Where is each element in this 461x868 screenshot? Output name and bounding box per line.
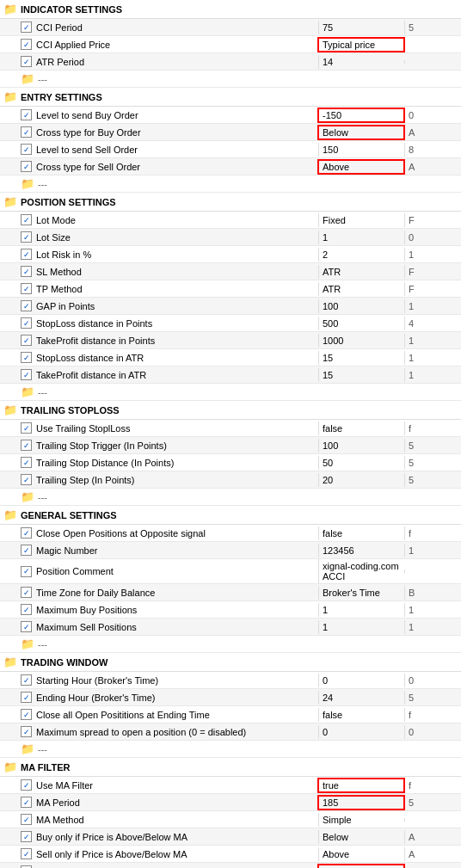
checkbox[interactable] [21,144,32,155]
checkbox[interactable] [21,692,32,703]
row-label: MA Period [36,797,80,808]
row-value[interactable]: Below [318,830,404,844]
row-value[interactable]: 20 [318,473,404,487]
checkbox[interactable] [21,126,32,138]
row-label: Ending Hour (Broker's Time) [36,693,155,703]
checkbox[interactable] [21,848,32,859]
row-label: Level to send Sell Order [36,145,138,155]
row-value[interactable]: Below [318,126,404,139]
row-value[interactable]: 15 [318,351,404,365]
row-extra: A [404,847,461,861]
row-label: Level to send Buy Order [36,110,138,120]
table-row: CCI Applied PriceTypical price [0,36,461,53]
checkbox[interactable] [21,422,32,434]
row-value[interactable]: 150 [318,143,404,157]
row-value[interactable]: -150 [318,108,404,122]
checkbox[interactable] [21,566,32,577]
row-value[interactable]: 1000 [318,334,404,348]
checkbox[interactable] [21,797,32,808]
checkbox[interactable] [21,231,32,243]
row-value[interactable]: ATR [318,265,404,279]
row-extra: 1 [404,299,461,313]
row-label: Trailing Stop Trigger (In Points) [36,440,167,451]
checkbox[interactable] [21,369,32,380]
row-value[interactable]: 75 [318,21,404,34]
checkbox[interactable] [21,39,32,50]
row-value[interactable]: 1 [318,603,404,617]
checkbox[interactable] [21,779,32,791]
table-row: SL MethodATRF [0,263,461,280]
row-value[interactable]: 15 [318,368,404,382]
row-label: Trailing Step (In Points) [36,475,135,485]
checkbox[interactable] [21,283,32,294]
folder-icon-sm: 📁 [21,72,34,85]
checkbox[interactable] [21,266,32,277]
row-value[interactable]: false [318,708,404,722]
checkbox[interactable] [21,604,32,615]
checkbox[interactable] [21,352,32,363]
checkbox[interactable] [21,474,32,485]
checkbox[interactable] [21,621,32,632]
row-value[interactable]: false [318,422,404,435]
row-value[interactable]: true [318,779,404,792]
row-value[interactable]: Fixed [318,213,404,227]
row-label: SL Method [36,267,82,277]
row-extra: 8 [404,143,461,157]
table-row: TakeProfit distance in ATR151 [0,366,461,384]
checkbox[interactable] [21,440,32,451]
row-value[interactable]: 500 [318,317,404,330]
row-value[interactable]: xignal-coding.com ACCI [318,559,404,583]
checkbox[interactable] [21,335,32,346]
checkbox[interactable] [21,457,32,468]
row-value[interactable]: 123456 [318,544,404,557]
checkbox[interactable] [21,249,32,260]
row-value[interactable]: ATR [318,282,404,296]
checkbox[interactable] [21,214,32,225]
row-value[interactable]: false [318,526,404,540]
checkbox[interactable] [21,814,32,825]
section-title: TRADING WINDOW [21,657,108,668]
folder-icon-sm: 📁 [21,177,34,190]
row-value[interactable]: 50 [318,456,404,470]
row-extra: f [404,779,461,792]
row-value[interactable]: Typical price [318,38,404,52]
folder-icon: 📁 [3,656,17,668]
row-value[interactable]: 0 [318,725,404,739]
checkbox[interactable] [21,674,32,686]
checkbox[interactable] [21,726,32,737]
row-extra: A [404,126,461,139]
row-value[interactable]: Simple [318,813,404,827]
row-label: GAP in Points [36,301,95,311]
checkbox[interactable] [21,709,32,720]
table-row: Trailing Stop Distance (In Points)505 [0,454,461,471]
checkbox[interactable] [21,317,32,329]
row-value[interactable]: Broker's Time [318,586,404,600]
row-value[interactable]: 100 [318,299,404,313]
table-row: Trailing Stop Trigger (In Points)1005 [0,437,461,454]
row-value[interactable]: 1 [318,620,404,634]
folder-icon-sm: 📁 [21,385,34,398]
row-value[interactable]: Above [318,847,404,861]
row-value[interactable]: 1 [318,231,404,244]
checkbox[interactable] [21,109,32,120]
row-value[interactable]: 14 [318,55,404,69]
table-row: Maximum Buy Positions11 [0,601,461,619]
row-extra: 1 [404,603,461,617]
folder-icon: 📁 [3,508,17,521]
row-value[interactable]: 24 [318,691,404,705]
checkbox[interactable] [21,22,32,33]
checkbox[interactable] [21,161,32,172]
row-extra [404,569,461,573]
row-value[interactable]: 2 [318,248,404,262]
row-value[interactable]: 0 [318,674,404,687]
checkbox[interactable] [21,587,32,598]
checkbox[interactable] [21,527,32,539]
row-value[interactable]: 185 [318,796,404,810]
row-value[interactable]: 100 [318,439,404,452]
checkbox[interactable] [21,545,32,556]
row-value[interactable]: Above [318,160,404,174]
checkbox[interactable] [21,831,32,842]
checkbox[interactable] [21,56,32,67]
row-value[interactable]: true [318,865,404,869]
checkbox[interactable] [21,300,32,311]
